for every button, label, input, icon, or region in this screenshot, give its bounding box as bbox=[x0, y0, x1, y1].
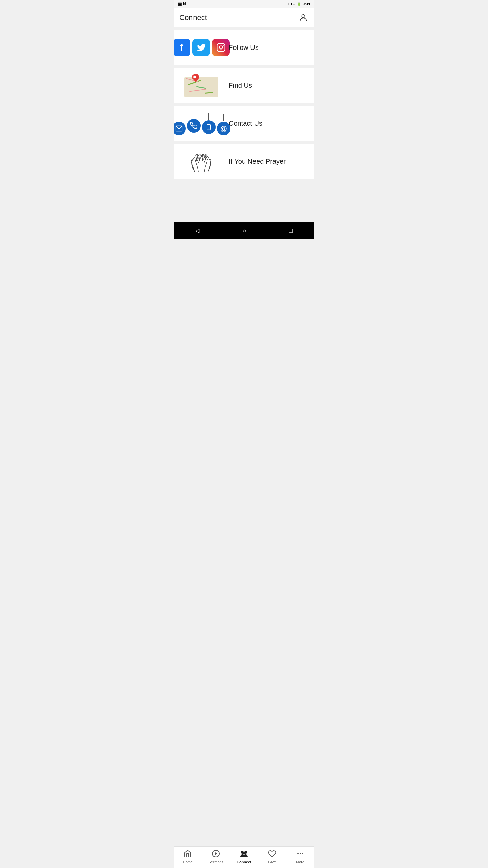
email-icon bbox=[174, 122, 186, 135]
twitter-icon bbox=[192, 39, 210, 56]
prayer-hands-icon bbox=[179, 150, 223, 173]
svg-point-0 bbox=[302, 14, 305, 17]
prayer-item[interactable]: If You Need Prayer bbox=[174, 144, 314, 179]
n-icon: N bbox=[183, 2, 186, 6]
android-nav-bar: ◁ ○ □ bbox=[174, 222, 314, 239]
status-bar-right: LTE 🔋 9:39 bbox=[288, 2, 310, 6]
follow-us-label: Follow Us bbox=[229, 44, 259, 52]
find-us-label: Find Us bbox=[229, 82, 252, 90]
contact-us-label: Contact Us bbox=[229, 120, 262, 127]
phone-icon bbox=[187, 119, 201, 133]
find-us-item[interactable]: Find Us bbox=[174, 68, 314, 103]
status-bar: ▦ N LTE 🔋 9:39 bbox=[174, 0, 314, 8]
back-button[interactable]: ◁ bbox=[195, 227, 200, 234]
instagram-icon bbox=[212, 39, 230, 56]
social-icons-group: f bbox=[179, 36, 223, 59]
contact-us-item[interactable]: @ Contact Us bbox=[174, 106, 314, 141]
mobile-icon bbox=[202, 120, 216, 134]
prayer-label: If You Need Prayer bbox=[229, 158, 286, 165]
home-button[interactable]: ○ bbox=[243, 227, 246, 234]
at-icon: @ bbox=[217, 122, 230, 135]
notification-icon: ▦ bbox=[178, 2, 182, 6]
header: Connect bbox=[174, 8, 314, 27]
status-bar-left: ▦ N bbox=[178, 2, 186, 6]
svg-rect-1 bbox=[217, 43, 225, 51]
contact-icons: @ bbox=[179, 112, 223, 135]
follow-us-item[interactable]: f Follow Us bbox=[174, 30, 314, 65]
recent-button[interactable]: □ bbox=[289, 227, 293, 234]
facebook-icon: f bbox=[174, 39, 190, 56]
battery-icon: 🔋 bbox=[297, 2, 301, 6]
svg-point-2 bbox=[219, 46, 222, 49]
profile-button[interactable] bbox=[298, 12, 309, 23]
time: 9:39 bbox=[303, 2, 310, 6]
svg-point-3 bbox=[223, 45, 223, 45]
lte-icon: LTE bbox=[288, 2, 295, 6]
page-title: Connect bbox=[179, 13, 207, 22]
content-area: f Follow Us bbox=[174, 27, 314, 222]
map-icon bbox=[179, 74, 223, 97]
